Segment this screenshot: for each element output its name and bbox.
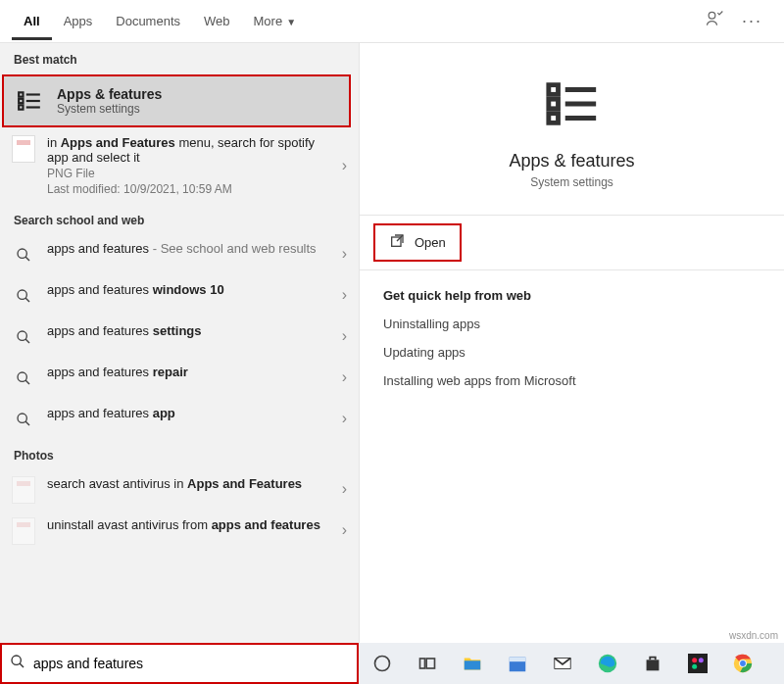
- chrome-icon[interactable]: [731, 652, 755, 675]
- svg-rect-28: [420, 659, 425, 668]
- svg-rect-5: [19, 105, 23, 109]
- best-match-highlight: Apps & features System settings: [2, 74, 351, 127]
- help-title: Get quick help from web: [383, 288, 760, 303]
- section-photos: Photos: [0, 439, 359, 468]
- chevron-right-icon[interactable]: ›: [342, 327, 347, 345]
- svg-rect-3: [19, 99, 23, 103]
- best-match-title: Apps & features: [57, 86, 162, 102]
- chevron-right-icon[interactable]: ›: [342, 245, 347, 263]
- png-result[interactable]: in Apps and Features menu, search for sp…: [0, 127, 359, 204]
- section-best-match: Best match: [0, 43, 359, 73]
- svg-point-7: [18, 249, 26, 258]
- search-icon: [10, 654, 25, 673]
- figma-icon[interactable]: [686, 652, 710, 675]
- edge-icon[interactable]: [596, 652, 619, 675]
- search-icon: [12, 408, 35, 431]
- svg-rect-1: [19, 92, 23, 96]
- svg-point-13: [18, 372, 26, 381]
- svg-line-16: [25, 421, 29, 425]
- svg-rect-17: [548, 85, 558, 95]
- section-search-web: Search school and web: [0, 204, 359, 233]
- svg-point-39: [740, 660, 746, 666]
- svg-rect-31: [510, 658, 526, 662]
- svg-line-8: [25, 257, 29, 261]
- photo-result-1[interactable]: uninstall avast antivirus from apps and …: [0, 510, 359, 551]
- tab-more-label: More: [254, 14, 283, 28]
- preview-subtitle: System settings: [530, 175, 613, 189]
- svg-rect-21: [548, 114, 558, 123]
- open-button[interactable]: Open: [373, 223, 462, 262]
- chevron-right-icon[interactable]: ›: [342, 480, 347, 498]
- thumbnail-icon: [12, 137, 35, 161]
- web-result-2[interactable]: apps and features settings ›: [0, 316, 359, 357]
- store-icon[interactable]: [641, 652, 664, 675]
- watermark: wsxdn.com: [729, 630, 778, 641]
- svg-line-14: [25, 380, 29, 384]
- preview-panel: Apps & features System settings Open Get…: [359, 43, 784, 643]
- preview-title: Apps & features: [509, 151, 634, 171]
- search-icon: [12, 284, 35, 308]
- svg-point-36: [692, 664, 697, 669]
- chevron-right-icon[interactable]: ›: [342, 410, 347, 427]
- more-options-icon[interactable]: ···: [742, 11, 762, 31]
- search-icon: [12, 325, 35, 349]
- svg-point-27: [375, 657, 390, 671]
- web-result-1[interactable]: apps and features windows 10 ›: [0, 274, 359, 316]
- search-tabs: All Apps Documents Web More▼ ···: [0, 0, 784, 43]
- open-icon: [389, 233, 405, 252]
- calendar-icon[interactable]: [506, 652, 529, 675]
- chevron-right-icon[interactable]: ›: [342, 521, 347, 539]
- chevron-right-icon[interactable]: ›: [342, 286, 347, 304]
- feedback-icon[interactable]: [705, 9, 724, 33]
- png-result-title: in Apps and Features menu, search for sp…: [47, 135, 330, 165]
- chevron-down-icon: ▼: [286, 17, 296, 27]
- svg-point-0: [709, 12, 715, 19]
- best-match-item[interactable]: Apps & features System settings: [4, 76, 349, 125]
- svg-rect-19: [548, 99, 558, 109]
- apps-features-icon: [16, 87, 43, 115]
- thumbnail-icon: [12, 478, 35, 502]
- svg-point-15: [18, 414, 26, 422]
- svg-point-11: [18, 331, 26, 340]
- search-icon: [12, 243, 35, 267]
- chevron-right-icon[interactable]: ›: [342, 157, 347, 174]
- svg-point-25: [12, 656, 21, 664]
- tab-apps[interactable]: Apps: [52, 3, 105, 40]
- web-result-4[interactable]: apps and features app ›: [0, 398, 359, 439]
- svg-point-9: [18, 290, 26, 299]
- svg-rect-33: [688, 654, 708, 673]
- svg-rect-29: [426, 659, 434, 668]
- svg-line-10: [25, 298, 29, 302]
- best-match-subtitle: System settings: [57, 102, 162, 116]
- tab-web[interactable]: Web: [192, 3, 242, 40]
- help-link-1[interactable]: Updating apps: [383, 345, 760, 360]
- png-result-modified: Last modified: 10/9/2021, 10:59 AM: [47, 182, 330, 196]
- results-panel: Best match Apps & features System settin…: [0, 43, 359, 643]
- photo-result-0[interactable]: search avast antivirus in Apps and Featu…: [0, 468, 359, 510]
- file-explorer-icon[interactable]: [461, 652, 484, 675]
- search-input[interactable]: [33, 656, 349, 671]
- tab-more[interactable]: More▼: [242, 3, 309, 40]
- search-icon: [12, 366, 35, 390]
- chevron-right-icon[interactable]: ›: [342, 368, 347, 386]
- open-label: Open: [415, 235, 446, 250]
- web-result-0[interactable]: apps and features - See school and web r…: [0, 233, 359, 274]
- cortana-icon[interactable]: [370, 652, 394, 675]
- svg-line-26: [20, 663, 24, 667]
- preview-icon: [541, 73, 604, 135]
- svg-point-35: [699, 658, 704, 662]
- web-result-3[interactable]: apps and features repair ›: [0, 357, 359, 398]
- mail-icon[interactable]: [551, 652, 574, 675]
- search-box[interactable]: [0, 643, 359, 684]
- tab-all[interactable]: All: [12, 3, 52, 40]
- svg-point-34: [692, 658, 697, 662]
- svg-line-24: [397, 235, 403, 241]
- help-section: Get quick help from web Uninstalling app…: [360, 270, 784, 419]
- help-link-2[interactable]: Installing web apps from Microsoft: [383, 373, 760, 388]
- thumbnail-icon: [12, 519, 35, 543]
- svg-line-12: [25, 339, 29, 343]
- task-view-icon[interactable]: [416, 652, 439, 675]
- tab-documents[interactable]: Documents: [104, 3, 192, 40]
- help-link-0[interactable]: Uninstalling apps: [383, 317, 760, 331]
- taskbar: [359, 643, 784, 684]
